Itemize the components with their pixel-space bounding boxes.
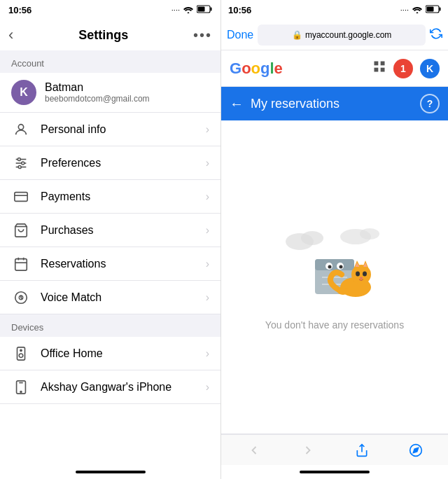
- lock-icon: 🔒: [292, 30, 302, 40]
- menu-item-personal-info[interactable]: Personal info ›: [0, 113, 220, 146]
- svg-point-35: [360, 228, 379, 240]
- chevron-icon: ›: [206, 157, 209, 169]
- reservations-label: Reservations: [41, 258, 206, 270]
- svg-rect-30: [374, 68, 379, 72]
- svg-rect-1: [211, 8, 212, 11]
- browser-compass-button[interactable]: [400, 435, 431, 466]
- account-email: beebomdotcom@gmail.com: [45, 94, 150, 104]
- account-info: Batman beebomdotcom@gmail.com: [45, 81, 150, 104]
- google-header: Google 1 K: [221, 50, 448, 87]
- page-header: ← My reservations ?: [221, 87, 448, 120]
- browser-forward-button[interactable]: [293, 435, 323, 466]
- menu-item-office-home[interactable]: Office Home ›: [0, 337, 220, 370]
- svg-point-43: [340, 265, 343, 268]
- card-icon: [11, 187, 31, 207]
- account-item[interactable]: K Batman beebomdotcom@gmail.com: [0, 73, 220, 113]
- office-home-label: Office Home: [41, 347, 206, 360]
- battery-icon: [197, 5, 212, 15]
- svg-point-42: [328, 265, 332, 268]
- right-panel: 10:56 ···· Done 🔒 myaccount.google.com G…: [221, 0, 448, 479]
- svg-marker-56: [413, 447, 418, 452]
- nav-bar: ‹ Settings •••: [0, 20, 220, 50]
- status-icons-left: ····: [172, 5, 212, 15]
- browser-share-button[interactable]: [346, 435, 377, 466]
- main-content: You don't have any reservations: [221, 120, 448, 433]
- more-button[interactable]: •••: [193, 27, 212, 43]
- personal-info-label: Personal info: [41, 123, 206, 136]
- chevron-icon: ›: [206, 381, 209, 394]
- devices-section-label: Devices: [0, 314, 220, 337]
- settings-title: Settings: [78, 28, 128, 43]
- done-button[interactable]: Done: [227, 29, 253, 41]
- avatar: K: [11, 80, 36, 105]
- menu-item-payments[interactable]: Payments ›: [0, 180, 220, 214]
- chevron-icon: ›: [206, 258, 209, 270]
- status-icons-right: ····: [400, 4, 441, 16]
- preferences-label: Preferences: [41, 157, 206, 169]
- browser-footer: [221, 434, 448, 465]
- page-back-button[interactable]: ←: [230, 96, 244, 112]
- notification-badge[interactable]: 1: [393, 59, 413, 78]
- signal-icon: ····: [172, 6, 180, 14]
- battery-icon-right: [426, 4, 441, 16]
- account-name: Batman: [45, 81, 150, 94]
- voice-match-label: Voice Match: [41, 291, 206, 304]
- svg-point-51: [363, 271, 367, 276]
- svg-point-3: [18, 124, 23, 129]
- svg-rect-2: [198, 7, 205, 12]
- page-title: My reservations: [251, 97, 413, 111]
- reload-button[interactable]: [430, 27, 442, 43]
- svg-point-52: [360, 277, 363, 279]
- svg-rect-27: [427, 7, 434, 12]
- browser-url-text: myaccount.google.com: [305, 30, 391, 40]
- svg-rect-13: [15, 258, 27, 270]
- status-bar-right: 10:56 ····: [221, 0, 448, 20]
- person-icon: [11, 120, 31, 139]
- sliders-icon: [11, 153, 31, 173]
- home-indicator-left: [0, 465, 220, 479]
- chevron-icon: ›: [206, 190, 209, 203]
- google-logo: Google: [230, 60, 283, 78]
- akshay-iphone-label: Akshay Gangwar's iPhone: [41, 381, 206, 394]
- browser-url-bar[interactable]: 🔒 myaccount.google.com: [258, 25, 426, 46]
- user-avatar[interactable]: K: [420, 59, 440, 78]
- svg-point-20: [19, 354, 23, 358]
- wifi-icon-right: [412, 4, 423, 16]
- speaker-icon: [11, 344, 31, 363]
- cart-icon: [11, 221, 31, 240]
- menu-item-purchases[interactable]: Purchases ›: [0, 214, 220, 247]
- svg-rect-37: [315, 259, 354, 270]
- wifi-icon: [183, 5, 194, 15]
- browser-back-button[interactable]: [239, 435, 270, 466]
- svg-point-9: [18, 165, 21, 168]
- home-indicator-right: [221, 465, 448, 479]
- account-section-label: Account: [0, 50, 220, 73]
- apps-icon[interactable]: [372, 60, 386, 77]
- svg-rect-29: [381, 62, 385, 66]
- status-time-right: 10:56: [228, 5, 251, 15]
- svg-point-21: [20, 349, 22, 351]
- svg-point-7: [18, 158, 20, 160]
- chevron-icon: ›: [206, 291, 209, 304]
- menu-item-reservations[interactable]: Reservations ›: [0, 247, 220, 281]
- svg-rect-26: [440, 8, 441, 11]
- svg-point-45: [351, 265, 371, 284]
- svg-point-53: [337, 288, 349, 295]
- svg-point-33: [301, 231, 323, 245]
- chevron-icon: ›: [206, 224, 209, 237]
- menu-item-akshay-iphone[interactable]: Akshay Gangwar's iPhone ›: [0, 370, 220, 404]
- voicematch-icon: [11, 288, 31, 307]
- status-bar-left: 10:56 ····: [0, 0, 220, 20]
- header-right-icons: 1 K: [372, 59, 440, 78]
- back-button[interactable]: ‹: [8, 26, 13, 44]
- svg-rect-28: [374, 62, 379, 66]
- chevron-icon: ›: [206, 123, 209, 136]
- menu-item-preferences[interactable]: Preferences ›: [0, 146, 220, 180]
- help-button[interactable]: ?: [420, 94, 440, 113]
- left-panel: 10:56 ···· ‹ Settings ••• Account K Batm…: [0, 0, 221, 479]
- purchases-label: Purchases: [41, 224, 206, 237]
- payments-label: Payments: [41, 190, 206, 203]
- phone-icon: [11, 377, 31, 397]
- no-reservations-text: You don't have any reservations: [265, 319, 404, 331]
- menu-item-voice-match[interactable]: Voice Match ›: [0, 281, 220, 314]
